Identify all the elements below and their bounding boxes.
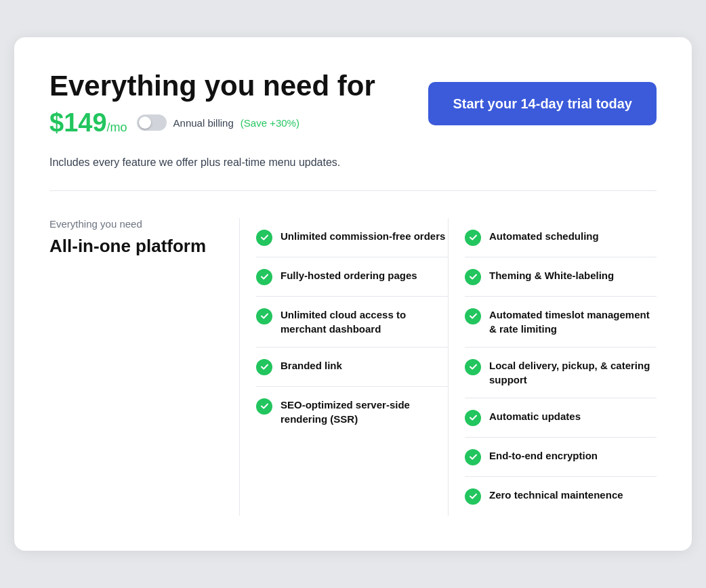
check-icon — [256, 269, 272, 285]
annual-billing-toggle[interactable] — [137, 114, 167, 131]
feature-text: Local delivery, pickup, & catering suppo… — [489, 358, 657, 387]
check-icon — [256, 398, 272, 415]
feature-item: Automatic updates — [465, 398, 657, 438]
check-icon — [465, 269, 481, 285]
check-icon — [256, 230, 272, 246]
feature-item: Zero technical maintenence — [465, 477, 657, 516]
billing-label: Annual billing — [173, 117, 234, 129]
feature-item: Unlimited commission-free orders — [256, 218, 448, 257]
feature-text: Automated timeslot management & rate lim… — [489, 308, 657, 336]
feature-item: Fully-hosted ordering pages — [256, 257, 448, 297]
feature-text: Theming & White-labeling — [489, 268, 614, 282]
features-title-col: Everything you need All-in-one platform — [49, 218, 239, 516]
toggle-knob — [139, 117, 151, 129]
check-icon — [465, 308, 481, 324]
features-left-col: Unlimited commission-free orders Fully-h… — [239, 218, 448, 516]
features-right-col: Automated scheduling Theming & White-lab… — [448, 218, 657, 516]
check-icon — [256, 359, 272, 375]
price-value: $149/mo — [49, 108, 127, 138]
feature-text: End-to-end encryption — [489, 448, 598, 463]
subtitle: Includes every feature we offer plus rea… — [49, 156, 657, 169]
features-heading: All-in-one platform — [49, 235, 217, 257]
feature-text: Branded link — [281, 358, 342, 373]
features-eyebrow: Everything you need — [49, 218, 217, 230]
feature-text: Unlimited commission-free orders — [281, 229, 445, 243]
header-left: Everything you need for $149/mo Annual b… — [49, 70, 375, 137]
check-icon — [465, 359, 481, 375]
save-label: (Save +30%) — [241, 117, 299, 129]
price-row: $149/mo Annual billing (Save +30%) — [49, 108, 375, 138]
headline: Everything you need for — [49, 70, 375, 102]
feature-text: Fully-hosted ordering pages — [281, 268, 417, 282]
feature-item: Automated scheduling — [465, 218, 657, 257]
feature-item: Theming & White-labeling — [465, 257, 657, 297]
feature-text: Unlimited cloud access to merchant dashb… — [281, 308, 448, 336]
features-section: Everything you need All-in-one platform … — [49, 218, 657, 516]
cta-button[interactable]: Start your 14-day trial today — [428, 82, 657, 125]
feature-item: Local delivery, pickup, & catering suppo… — [465, 348, 657, 398]
check-icon — [465, 488, 481, 505]
feature-text: SEO-optimized server-side rendering (SSR… — [281, 398, 448, 426]
feature-item: Automated timeslot management & rate lim… — [465, 297, 657, 348]
check-icon — [256, 308, 272, 324]
check-icon — [465, 410, 481, 426]
feature-text: Automatic updates — [489, 409, 581, 423]
feature-text: Zero technical maintenence — [489, 488, 623, 502]
feature-item: SEO-optimized server-side rendering (SSR… — [256, 387, 448, 437]
pricing-card: Everything you need for $149/mo Annual b… — [14, 37, 692, 550]
check-icon — [465, 449, 481, 465]
divider — [49, 190, 657, 191]
feature-item: End-to-end encryption — [465, 438, 657, 477]
feature-text: Automated scheduling — [489, 229, 599, 243]
feature-item: Unlimited cloud access to merchant dashb… — [256, 297, 448, 348]
feature-item: Branded link — [256, 348, 448, 387]
check-icon — [465, 230, 481, 246]
header-section: Everything you need for $149/mo Annual b… — [49, 70, 657, 137]
billing-toggle-wrapper: Annual billing (Save +30%) — [137, 114, 299, 131]
